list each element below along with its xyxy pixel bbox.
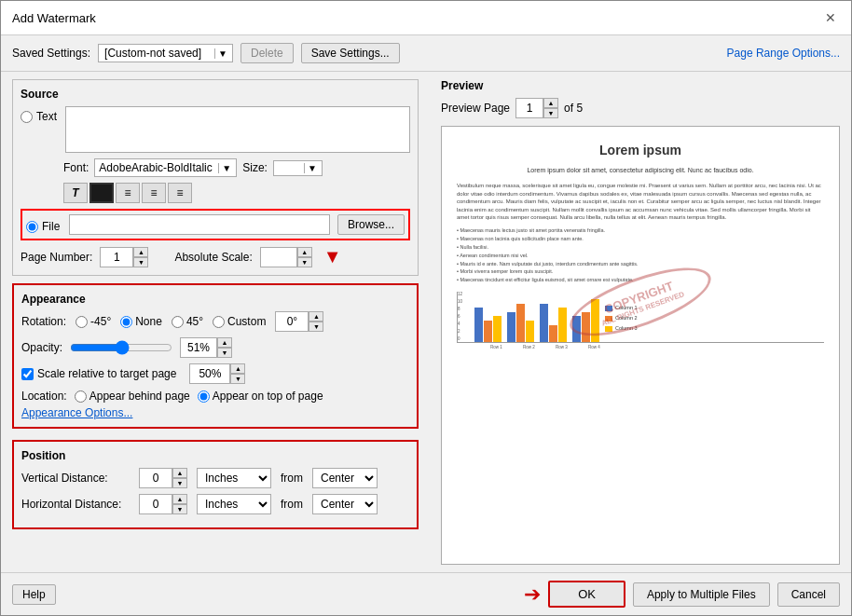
rotation-none[interactable]	[120, 316, 132, 328]
custom-angle-down[interactable]: ▼	[309, 322, 323, 332]
bar-col3-row1	[493, 316, 502, 342]
horizontal-input[interactable]	[139, 494, 172, 514]
text-radio[interactable]	[21, 111, 33, 123]
align-right-button[interactable]: ≡	[168, 183, 192, 203]
vertical-down[interactable]: ▼	[172, 478, 187, 488]
preview-page-down[interactable]: ▼	[543, 108, 558, 118]
footer: Help ➔ OK Apply to Multiple Files Cancel	[1, 572, 851, 615]
scale-down[interactable]: ▼	[230, 374, 245, 384]
on-top-label[interactable]: Appear on top of page	[198, 390, 323, 403]
right-panel: Preview Preview Page ▲ ▼ of 5 Lorem ipsu…	[430, 72, 851, 572]
rotation-none-label[interactable]: None	[120, 315, 162, 328]
vertical-spinner: ▲ ▼	[139, 468, 187, 488]
vertical-unit-select[interactable]: Inches	[197, 468, 271, 488]
text-radio-label[interactable]: Text	[21, 110, 58, 123]
opacity-slider[interactable]	[70, 340, 172, 355]
custom-angle-up[interactable]: ▲	[309, 311, 323, 322]
size-label: Size:	[242, 161, 268, 174]
location-row: Location: Appear behind page Appear on t…	[21, 390, 409, 403]
rotation-custom[interactable]	[213, 316, 225, 328]
legend-col1-color	[605, 306, 612, 311]
scale-up[interactable]: ▲	[230, 363, 245, 374]
absolute-scale-down[interactable]: ▼	[297, 257, 312, 267]
chart-group-row1	[474, 308, 502, 342]
saved-settings-dropdown-icon[interactable]: ▼	[214, 48, 230, 59]
behind-page-radio[interactable]	[75, 390, 87, 403]
opacity-row: Opacity: ▲ ▼	[21, 337, 409, 358]
opacity-input[interactable]	[180, 337, 217, 358]
on-top-radio[interactable]	[198, 390, 210, 403]
page-number-label: Page Number:	[21, 251, 92, 264]
bold-italic-button[interactable]: T	[63, 183, 88, 203]
rotation-row: Rotation: -45° None 45°	[21, 311, 409, 332]
font-dropdown-icon[interactable]: ▼	[218, 163, 234, 173]
preview-page-spinner: ▲ ▼	[515, 98, 558, 118]
size-dropdown-icon[interactable]: ▼	[304, 163, 320, 173]
bar-col2-row1	[484, 321, 492, 342]
preview-frame: Lorem ipsum Lorem ipsum dolor sit amet, …	[441, 126, 840, 565]
rotation-neg45-label[interactable]: -45°	[76, 315, 111, 328]
custom-angle-input[interactable]	[275, 311, 309, 332]
scale-checkbox[interactable]	[21, 368, 34, 380]
legend-col3: Column 3	[605, 325, 638, 333]
rotation-custom-label[interactable]: Custom	[213, 315, 266, 328]
font-value: AdobeArabic-BoldItalic	[97, 161, 218, 174]
browse-button[interactable]: Browse...	[337, 214, 405, 235]
absolute-scale-input[interactable]	[260, 247, 297, 267]
preview-bullet-list: • Maecenas mauris lectus justo sit amet …	[457, 226, 824, 284]
align-center-button[interactable]: ≡	[142, 183, 166, 203]
absolute-scale-up[interactable]: ▲	[297, 247, 312, 257]
cancel-button[interactable]: Cancel	[777, 582, 840, 607]
page-number-down[interactable]: ▼	[133, 257, 148, 267]
bar-col1-row1	[474, 308, 483, 342]
save-settings-button[interactable]: Save Settings...	[301, 43, 400, 63]
preview-page-up[interactable]: ▲	[543, 98, 558, 108]
file-radio-label[interactable]: File	[26, 220, 62, 233]
bar-col2-row4	[582, 312, 590, 342]
dialog-title: Add Watermark	[12, 11, 96, 25]
text-input[interactable]	[65, 106, 410, 153]
rotation-neg45[interactable]	[76, 316, 88, 328]
apply-multiple-button[interactable]: Apply to Multiple Files	[633, 582, 770, 607]
preview-content: Lorem ipsum Lorem ipsum dolor sit amet, …	[442, 127, 839, 564]
vertical-label: Vertical Distance:	[21, 472, 133, 485]
bar-col1-row2	[507, 312, 515, 342]
rotation-45[interactable]	[172, 316, 184, 328]
preview-of-label: of 5	[564, 102, 583, 115]
bar-col3-row2	[526, 321, 534, 342]
main-content: Source Text Font: AdobeArabic-BoldItalic	[1, 72, 851, 572]
rotation-45-label[interactable]: 45°	[172, 315, 203, 328]
color-button[interactable]	[89, 183, 114, 203]
vertical-input[interactable]	[139, 468, 172, 488]
page-number-up[interactable]: ▲	[133, 247, 148, 257]
help-button[interactable]: Help	[12, 584, 56, 605]
opacity-down[interactable]: ▼	[217, 348, 232, 358]
align-left-button[interactable]: ≡	[116, 183, 140, 203]
horizontal-up[interactable]: ▲	[172, 494, 187, 504]
horizontal-from-select[interactable]: Center	[312, 494, 378, 514]
scale-input[interactable]	[189, 363, 230, 384]
horizontal-down[interactable]: ▼	[172, 504, 187, 514]
close-button[interactable]: ✕	[821, 8, 840, 27]
scale-checkbox-label[interactable]: Scale relative to target page	[21, 367, 176, 380]
vertical-from-select[interactable]: Center	[312, 468, 378, 488]
page-range-link[interactable]: Page Range Options...	[727, 47, 840, 60]
horizontal-unit-select[interactable]: Inches	[197, 494, 271, 514]
chart-x-labels: Row 1 Row 2 Row 3 Row 4	[483, 345, 824, 350]
behind-page-label[interactable]: Appear behind page	[75, 390, 190, 403]
bar-col3-row4	[591, 299, 599, 342]
appearance-options-link[interactable]: Appearance Options...	[21, 406, 132, 419]
delete-button[interactable]: Delete	[240, 43, 294, 63]
bar-col1-row4	[572, 316, 581, 342]
preview-doc-subtitle: Lorem ipsum dolor sit amet, consectetur …	[457, 166, 824, 175]
vertical-up[interactable]: ▲	[172, 468, 187, 478]
preview-page-input[interactable]	[515, 98, 543, 118]
ok-button[interactable]: OK	[548, 581, 625, 608]
opacity-spinner: ▲ ▼	[180, 337, 232, 358]
bar-col1-row3	[540, 304, 548, 342]
file-path-input[interactable]: copyright.JPG	[69, 214, 330, 235]
file-radio[interactable]	[26, 221, 38, 233]
page-number-input[interactable]	[100, 247, 133, 267]
opacity-up[interactable]: ▲	[217, 337, 232, 348]
preview-page-row: Preview Page ▲ ▼ of 5	[441, 98, 840, 118]
